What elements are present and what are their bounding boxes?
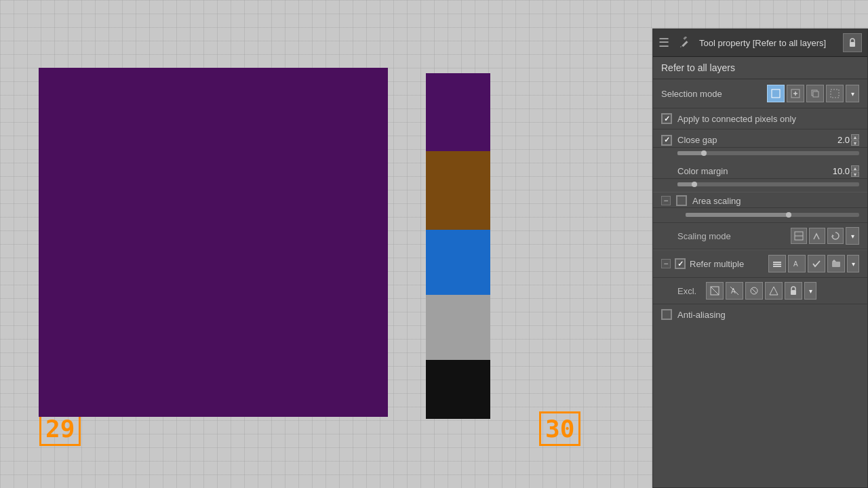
anti-aliasing-label: Anti-aliasing (677, 310, 726, 320)
swatch-gray[interactable] (426, 295, 490, 360)
refer-multiple-checkbox[interactable] (675, 258, 686, 269)
color-margin-arrows[interactable]: ▲ ▼ (851, 165, 859, 177)
svg-line-24 (751, 288, 757, 293)
color-strip (426, 73, 490, 419)
sel-mode-sel[interactable] (826, 85, 844, 102)
panel-title: Tool property [Refer to all layers] (699, 38, 837, 48)
excl-icons: A (706, 282, 816, 300)
color-margin-value: 10.0 (828, 166, 850, 176)
color-margin-row: Color margin 10.0 ▲ ▼ (653, 161, 867, 179)
sel-mode-rect[interactable] (767, 85, 785, 102)
subheader-title: Refer to all layers (661, 62, 735, 73)
anti-aliasing-row: Anti-aliasing (653, 304, 867, 325)
sel-mode-dropdown[interactable]: ▾ (846, 85, 859, 102)
tool-panel: ☰ Tool property [Refer to all layers] Re… (652, 28, 868, 488)
swatch-black[interactable] (426, 360, 490, 419)
svg-rect-0 (682, 41, 688, 47)
color-margin-down[interactable]: ▼ (851, 171, 859, 177)
close-gap-label: Close gap (677, 135, 823, 145)
refer-multiple-row: − Refer multiple A (653, 249, 867, 278)
close-gap-row: Close gap 2.0 ▲ ▼ (653, 129, 867, 148)
svg-rect-10 (831, 89, 839, 98)
excl-label: Excl. (677, 286, 702, 296)
svg-line-20 (711, 287, 719, 295)
apply-connected-checkbox[interactable] (661, 113, 672, 124)
pixel-art-canvas[interactable] (39, 68, 388, 417)
svg-rect-4 (772, 89, 780, 98)
tool-icon (677, 35, 694, 51)
refer-multiple-icons: A ▾ (768, 255, 859, 272)
area-scaling-label: Area scaling (692, 196, 859, 206)
scaling-mode-dropdown[interactable]: ▾ (846, 227, 859, 245)
refer-icon-layers[interactable] (768, 255, 786, 272)
close-gap-slider-section (653, 148, 867, 161)
refer-icon-folder[interactable] (827, 255, 845, 272)
svg-text:A: A (793, 260, 798, 268)
svg-rect-9 (813, 92, 818, 97)
color-margin-spinbox[interactable]: 10.0 ▲ ▼ (828, 165, 859, 177)
close-gap-spinbox[interactable]: 2.0 ▲ ▼ (828, 134, 859, 146)
svg-rect-16 (773, 266, 781, 267)
refer-icon-ref[interactable]: A (788, 255, 806, 272)
svg-rect-18 (832, 262, 840, 267)
close-gap-value: 2.0 (828, 135, 850, 145)
refer-multiple-label: Refer multiple (690, 259, 764, 269)
close-gap-checkbox[interactable] (661, 135, 672, 146)
panel-body: Selection mode (653, 79, 867, 487)
svg-marker-13 (832, 235, 834, 237)
apply-connected-row: Apply to connected pixels only (653, 108, 867, 129)
excl-icon-4[interactable] (765, 282, 783, 300)
svg-marker-25 (770, 287, 778, 295)
color-margin-slider-section (653, 179, 867, 192)
area-scaling-slider-section (653, 208, 867, 223)
swatch-purple[interactable] (426, 73, 490, 151)
color-margin-slider[interactable] (677, 182, 859, 186)
swatch-brown[interactable] (426, 151, 490, 229)
area-scaling-checkbox[interactable] (676, 195, 687, 206)
scaling-mode-row: Scaling mode (653, 223, 867, 249)
canvas-number-30: 30 (539, 411, 580, 446)
area-scaling-header: − Area scaling (653, 192, 867, 208)
svg-rect-3 (850, 42, 855, 47)
panel-lock-button[interactable] (843, 33, 862, 52)
svg-rect-26 (791, 290, 796, 295)
anti-aliasing-checkbox[interactable] (661, 309, 672, 320)
scaling-mode-icons: ▾ (791, 227, 859, 245)
close-gap-slider[interactable] (677, 151, 859, 155)
refer-multiple-dropdown[interactable]: ▾ (847, 255, 859, 272)
svg-rect-2 (683, 37, 687, 40)
excl-icon-lock[interactable] (785, 282, 802, 300)
close-gap-up[interactable]: ▲ (851, 134, 859, 140)
panel-subheader: Refer to all layers (653, 57, 867, 79)
close-gap-down[interactable]: ▼ (851, 140, 859, 146)
refer-multiple-minus[interactable]: − (661, 259, 671, 268)
scale-icon-3[interactable] (827, 228, 844, 244)
excl-row: Excl. A (653, 278, 867, 304)
sel-mode-ref[interactable] (787, 85, 804, 102)
selection-mode-icons: ▾ (767, 85, 859, 102)
sel-mode-copy[interactable] (806, 85, 824, 102)
area-scaling-slider[interactable] (686, 213, 859, 217)
selection-mode-row: Selection mode (653, 79, 867, 108)
panel-menu-icon[interactable]: ☰ (658, 35, 669, 50)
swatch-blue[interactable] (426, 230, 490, 295)
area-scaling-minus[interactable]: − (661, 196, 671, 205)
color-margin-label: Color margin (661, 166, 823, 176)
excl-icon-3[interactable] (745, 282, 763, 300)
color-margin-up[interactable]: ▲ (851, 165, 859, 171)
panel-header: ☰ Tool property [Refer to all layers] (653, 29, 867, 57)
apply-connected-label: Apply to connected pixels only (677, 114, 859, 124)
svg-rect-15 (773, 264, 781, 265)
selection-mode-label: Selection mode (661, 89, 762, 99)
excl-icon-2[interactable]: A (726, 282, 743, 300)
scale-icon-2[interactable] (809, 228, 825, 244)
scaling-mode-label: Scaling mode (677, 231, 785, 241)
close-gap-arrows[interactable]: ▲ ▼ (851, 134, 859, 146)
scale-icon-1[interactable] (791, 228, 807, 244)
excl-dropdown[interactable]: ▾ (804, 282, 816, 300)
excl-icon-1[interactable] (706, 282, 724, 300)
svg-rect-14 (773, 262, 781, 263)
svg-marker-1 (680, 46, 682, 47)
refer-icon-check[interactable] (808, 255, 825, 272)
